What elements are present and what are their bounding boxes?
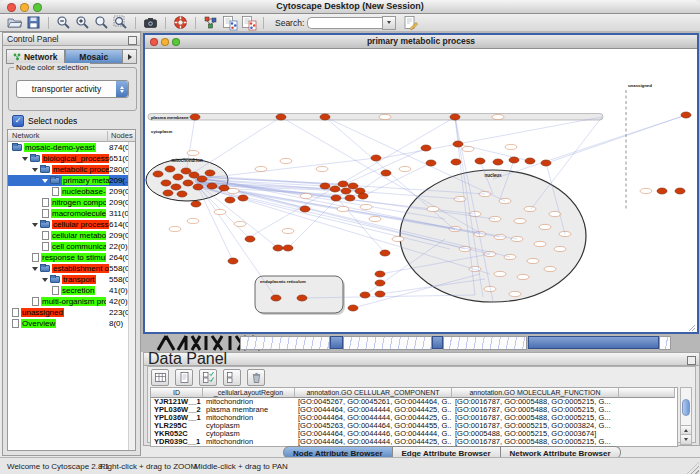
network-node[interactable] bbox=[273, 245, 283, 251]
tab-overflow-button[interactable] bbox=[123, 49, 137, 64]
zoom-fit-button[interactable] bbox=[112, 15, 129, 31]
network-node[interactable] bbox=[341, 188, 351, 194]
network-canvas[interactable]: plasma membranecytoplasmmitochondrionnuc… bbox=[145, 49, 697, 333]
network-node[interactable] bbox=[191, 201, 201, 207]
create-attribute-button[interactable] bbox=[175, 369, 193, 386]
network-node[interactable] bbox=[525, 158, 535, 164]
table-row[interactable]: YJR121W__1mitochondrion[GO:0045267, GO:0… bbox=[151, 398, 677, 406]
network-label-node[interactable] bbox=[514, 218, 526, 223]
close-button[interactable] bbox=[150, 38, 158, 46]
network-node[interactable] bbox=[380, 250, 390, 256]
network-node[interactable] bbox=[225, 197, 235, 203]
network-node[interactable] bbox=[371, 155, 381, 161]
network-node[interactable] bbox=[541, 160, 551, 166]
network-label-node[interactable] bbox=[169, 226, 181, 231]
network-node[interactable] bbox=[451, 159, 461, 165]
network-node[interactable] bbox=[193, 184, 203, 190]
open-session-button[interactable] bbox=[6, 15, 23, 31]
network-node[interactable] bbox=[330, 186, 340, 192]
minimize-button[interactable] bbox=[20, 3, 29, 12]
network-label-node[interactable] bbox=[280, 158, 292, 163]
close-button[interactable] bbox=[7, 3, 16, 12]
tree-row[interactable]: nucleobase-209(0) bbox=[8, 186, 135, 197]
network-node[interactable] bbox=[219, 185, 229, 191]
network-node[interactable] bbox=[161, 180, 171, 186]
tree-row[interactable]: metabolic process280(0) bbox=[8, 164, 135, 175]
network-node[interactable] bbox=[345, 195, 355, 201]
network-node[interactable] bbox=[320, 114, 330, 120]
app-titlebar[interactable]: Cytoscape Desktop (New Session) bbox=[0, 0, 700, 14]
network-node[interactable] bbox=[228, 258, 238, 264]
canvas-resize-grip-icon[interactable] bbox=[689, 325, 695, 331]
select-attributes-button[interactable] bbox=[151, 369, 169, 386]
network-label-node[interactable] bbox=[360, 204, 372, 209]
network-label-node[interactable] bbox=[392, 236, 404, 241]
network-label-node[interactable] bbox=[527, 258, 539, 263]
network-node[interactable] bbox=[421, 145, 431, 151]
tab-network[interactable]: Network bbox=[6, 49, 65, 64]
network-node[interactable] bbox=[205, 170, 215, 176]
network-label-node[interactable] bbox=[379, 114, 391, 119]
network-node[interactable] bbox=[153, 171, 163, 177]
table-row[interactable]: YKR052Ccytoplasm[GO:0044464, GO:0044446,… bbox=[151, 430, 677, 438]
tab-mosaic[interactable]: Mosaic bbox=[65, 49, 124, 64]
table-column-header[interactable]: annotation.GO MOLECULAR_FUNCTION bbox=[452, 388, 619, 398]
network-node[interactable] bbox=[197, 176, 207, 182]
tree-row[interactable]: mosaic-demo-yeast874(0) bbox=[8, 142, 135, 153]
network-label-node[interactable] bbox=[337, 206, 349, 211]
network-label-node[interactable] bbox=[534, 241, 546, 246]
tree-expand-arrow-icon[interactable] bbox=[22, 157, 28, 161]
node-color-dropdown[interactable]: transporter activity bbox=[16, 80, 129, 98]
network-label-node[interactable] bbox=[640, 188, 652, 193]
network-window-titlebar[interactable]: primary metabolic process bbox=[145, 35, 697, 49]
tree-expand-arrow-icon[interactable] bbox=[32, 168, 38, 172]
tree-row[interactable]: Overview8(0) bbox=[8, 318, 135, 329]
float-panel-icon[interactable] bbox=[128, 36, 137, 45]
unselect-all-attributes-button[interactable] bbox=[223, 369, 241, 386]
network-label-node[interactable] bbox=[462, 146, 474, 151]
network-node[interactable] bbox=[375, 280, 385, 286]
tree-expand-arrow-icon[interactable] bbox=[32, 223, 38, 227]
table-column-header[interactable]: annotation.GO CELLULAR_COMPONENT bbox=[295, 388, 452, 398]
network-label-node[interactable] bbox=[517, 274, 529, 279]
select-nodes-checkbox[interactable] bbox=[12, 115, 24, 127]
network-label-node[interactable] bbox=[214, 209, 226, 214]
tree-expand-arrow-icon[interactable] bbox=[42, 278, 48, 282]
network-node[interactable] bbox=[375, 271, 385, 277]
tree-row[interactable]: establishment of lo558(0) bbox=[8, 263, 135, 274]
network-label-node[interactable] bbox=[187, 218, 199, 223]
vizmapper-button[interactable] bbox=[202, 15, 219, 31]
network-node[interactable] bbox=[657, 188, 667, 194]
tree-row[interactable]: multi-organism pro42(0) bbox=[8, 296, 135, 307]
resize-grip[interactable] bbox=[687, 462, 699, 474]
network-node[interactable] bbox=[320, 183, 330, 189]
tree-row[interactable]: cellular metabol209(0) bbox=[8, 230, 135, 241]
destroy-view-button[interactable] bbox=[240, 15, 257, 31]
network-label-node[interactable] bbox=[494, 271, 506, 276]
tree-expand-arrow-icon[interactable] bbox=[32, 267, 38, 271]
network-node[interactable] bbox=[238, 195, 248, 201]
network-label-node[interactable] bbox=[369, 216, 381, 221]
tree-row[interactable]: response to stimulu264(0) bbox=[8, 252, 135, 263]
network-label-node[interactable] bbox=[300, 193, 312, 198]
network-label-node[interactable] bbox=[255, 166, 267, 171]
select-all-attributes-button[interactable] bbox=[199, 369, 217, 386]
network-node[interactable] bbox=[276, 114, 286, 120]
network-node[interactable] bbox=[331, 195, 341, 201]
network-node[interactable] bbox=[283, 245, 293, 251]
network-label-node[interactable] bbox=[539, 224, 551, 229]
network-node[interactable] bbox=[271, 295, 281, 301]
tree-row[interactable]: primary metabo209(... bbox=[8, 175, 135, 186]
network-label-node[interactable] bbox=[509, 291, 521, 296]
tree-row[interactable]: biological_process651(0) bbox=[8, 153, 135, 164]
network-node[interactable] bbox=[375, 291, 385, 297]
zoom-selected-button[interactable] bbox=[93, 15, 110, 31]
zoom-button[interactable] bbox=[172, 38, 180, 46]
network-node[interactable] bbox=[453, 141, 463, 147]
network-node[interactable] bbox=[360, 292, 370, 298]
network-label-node[interactable] bbox=[234, 221, 246, 226]
scrollbar-thumb[interactable] bbox=[682, 399, 690, 416]
tree-row[interactable]: cell communicat22(0) bbox=[8, 241, 135, 252]
search-input[interactable] bbox=[307, 17, 382, 29]
tree-row[interactable]: secretion41(0) bbox=[8, 285, 135, 296]
